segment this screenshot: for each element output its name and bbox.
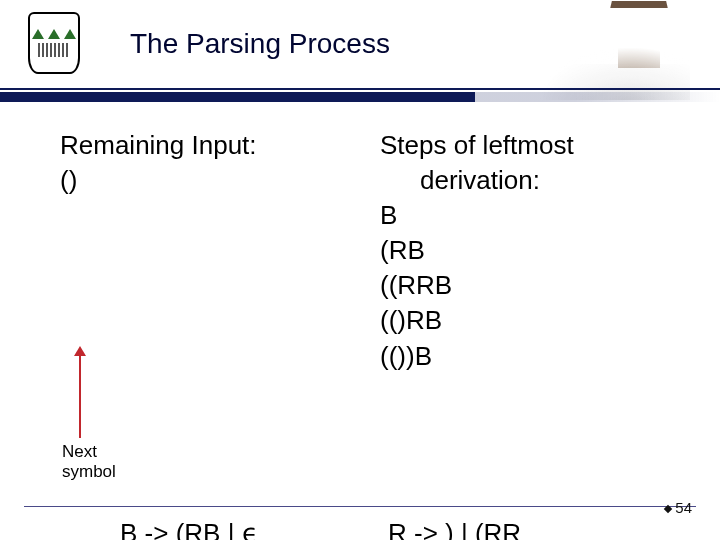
derivation-step: B	[380, 198, 680, 233]
content-area: Remaining Input: () Next symbol Steps of…	[0, 120, 720, 470]
remaining-input-value: ()	[60, 163, 360, 198]
university-crest-icon	[28, 12, 80, 74]
grammar-rule-b: B -> (RB | ϵ	[120, 518, 258, 540]
steps-label-line2: derivation:	[380, 163, 680, 198]
crest-bars	[38, 43, 70, 57]
crest-inner	[36, 20, 72, 66]
slide: The Parsing Process Remaining Input: () …	[0, 0, 720, 540]
steps-label-line1: Steps of leftmost	[380, 128, 680, 163]
page-number: 54	[665, 499, 692, 516]
next-symbol-label-line2: symbol	[62, 462, 116, 482]
tree-icon	[32, 29, 44, 39]
crest-trees	[32, 29, 76, 39]
derivation-step: (()RB	[380, 303, 680, 338]
slide-title: The Parsing Process	[130, 28, 390, 60]
next-symbol-arrow-icon	[79, 348, 81, 438]
header: The Parsing Process	[0, 0, 720, 100]
tree-icon	[64, 29, 76, 39]
remaining-input-label: Remaining Input:	[60, 128, 360, 163]
tree-icon	[48, 29, 60, 39]
next-symbol-label-line1: Next	[62, 442, 116, 462]
derivation-step: (())B	[380, 339, 680, 374]
header-rule-thick	[0, 92, 720, 102]
left-column: Remaining Input: ()	[60, 128, 360, 198]
bullet-icon	[664, 505, 672, 513]
page-number-value: 54	[675, 499, 692, 516]
header-rule-thin	[0, 88, 720, 90]
grammar-rule-r: R -> ) | (RR	[388, 518, 521, 540]
right-column: Steps of leftmost derivation: B (RB ((RR…	[380, 128, 680, 374]
tower-photo-icon	[540, 8, 690, 100]
derivation-step: (RB	[380, 233, 680, 268]
footer-rule	[24, 506, 696, 507]
next-symbol-label: Next symbol	[62, 442, 116, 483]
derivation-step: ((RRB	[380, 268, 680, 303]
